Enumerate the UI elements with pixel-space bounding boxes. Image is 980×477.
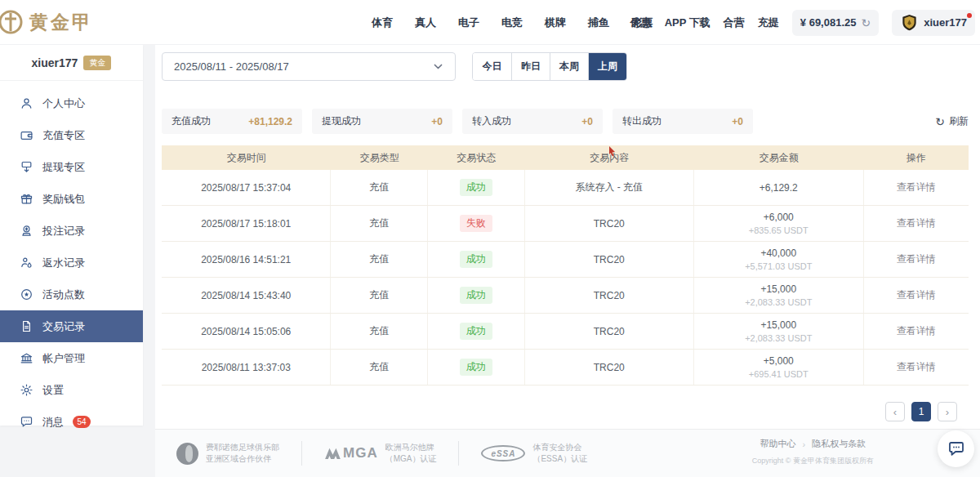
- user-menu[interactable]: xiuer177: [892, 10, 975, 36]
- col-header-content: 交易内容: [525, 148, 694, 168]
- mga-mark-icon: [324, 447, 341, 460]
- tab-yesterday[interactable]: 昨日: [511, 53, 550, 80]
- link-deposit-withdraw[interactable]: 充提: [758, 16, 779, 30]
- chat-bubble-icon: [947, 439, 966, 459]
- sidebar-item-reward-wallet[interactable]: 奖励钱包: [0, 183, 143, 215]
- privacy-terms-link[interactable]: 隐私权与条款: [812, 438, 866, 450]
- nav-item-esports[interactable]: 电竞: [501, 16, 523, 30]
- cell-action: 查看详情: [864, 242, 969, 277]
- stat-withdraw-success: 提现成功 +0: [312, 109, 452, 134]
- sidebar-item-bet-records[interactable]: 投注记录: [0, 215, 143, 247]
- view-details-link[interactable]: 查看详情: [897, 216, 936, 230]
- wallet-icon: [20, 128, 33, 142]
- partner-line1: 体育安全协会: [532, 442, 587, 454]
- sidebar-item-label: 个人中心: [42, 96, 85, 111]
- sidebar-item-rebate-records[interactable]: 返水记录: [0, 247, 143, 279]
- live-chat-button[interactable]: [938, 430, 974, 467]
- sidebar-item-transaction-records[interactable]: 交易记录: [0, 310, 143, 342]
- sidebar-item-activity-points[interactable]: 活动点数: [0, 279, 143, 310]
- sidebar-user-row: xiuer177 黄金: [0, 45, 143, 81]
- nav-item-fishing[interactable]: 捕鱼: [588, 16, 609, 30]
- balance-amount: ¥ 69,081.25: [800, 16, 857, 29]
- mga-logo: MGA: [324, 445, 378, 461]
- tab-this-week[interactable]: 本周: [550, 53, 588, 80]
- chat-icon: [20, 415, 33, 429]
- gear-icon: [20, 383, 33, 397]
- amount-value: +40,000: [760, 247, 796, 259]
- view-details-link[interactable]: 查看详情: [897, 360, 936, 374]
- amount-value: +6,129.2: [760, 182, 798, 194]
- amount-value: +15,000: [760, 319, 796, 331]
- sidebar-item-account-management[interactable]: 帐户管理: [0, 342, 143, 374]
- stat-transfer-in-success: 转入成功 +0: [462, 109, 603, 134]
- view-details-link[interactable]: 查看详情: [897, 181, 936, 194]
- col-header-status: 交易状态: [428, 148, 525, 168]
- partner-mga: MGA 欧洲马尔他牌 （MGA）认证: [324, 442, 436, 466]
- cell-amount: +15,000+2,083.33 USDT: [694, 278, 863, 313]
- view-details-link[interactable]: 查看详情: [897, 324, 936, 338]
- partner-line2: 亚洲区域合作伙伴: [206, 453, 279, 466]
- football-club-logo: [176, 443, 198, 465]
- sidebar-item-withdraw[interactable]: 提现专区: [0, 151, 143, 183]
- cell-time: 2025/08/16 14:51:21: [162, 242, 331, 277]
- cell-content: TRC20: [525, 350, 694, 385]
- summary-stats: 充值成功 +81,129.2 提现成功 +0 转入成功 +0 转出成功 +0 ↻…: [162, 109, 969, 134]
- refresh-label: 刷新: [949, 114, 969, 128]
- link-promotions[interactable]: 优惠: [630, 16, 652, 30]
- table-row: 2025/08/17 15:18:01 充值 失败 TRC20 +6,000+8…: [162, 206, 969, 242]
- sidebar-item-deposit[interactable]: 充值专区: [0, 119, 143, 151]
- cell-action: 查看详情: [864, 206, 969, 241]
- refresh-button[interactable]: ↻ 刷新: [935, 114, 969, 128]
- sidebar-item-label: 投注记录: [42, 224, 85, 238]
- nav-item-sports[interactable]: 体育: [372, 16, 393, 30]
- sidebar-item-profile[interactable]: 个人中心: [0, 87, 143, 119]
- link-app-download[interactable]: APP 下载: [665, 16, 710, 30]
- balance-pill[interactable]: ¥ 69,081.25 ↻: [792, 10, 879, 36]
- nav-item-cards[interactable]: 棋牌: [545, 16, 566, 30]
- withdraw-icon: [20, 160, 33, 174]
- cell-status: 成功: [428, 350, 525, 385]
- nav-item-live[interactable]: 真人: [415, 16, 436, 30]
- site-logo[interactable]: 黄金甲: [0, 7, 93, 38]
- cell-status: 成功: [428, 242, 525, 277]
- cell-time: 2025/08/17 15:18:01: [162, 206, 331, 241]
- help-center-link[interactable]: 帮助中心: [760, 438, 796, 450]
- date-range-select[interactable]: 2025/08/11 - 2025/08/17: [162, 52, 456, 81]
- copyright-text: Copyright © 黄金甲体育集团版权所有: [752, 456, 874, 466]
- cell-amount: +40,000+5,571.03 USDT: [694, 242, 863, 277]
- sidebar-item-label: 提现专区: [42, 160, 85, 175]
- col-header-time: 交易时间: [162, 148, 331, 168]
- partner-line2: （ESSA）认证: [532, 453, 587, 466]
- cell-type: 充值: [331, 314, 428, 349]
- sidebar-item-messages[interactable]: 消息 54: [0, 406, 143, 438]
- amount-usdt-value: +695.41 USDT: [749, 369, 808, 379]
- link-affiliate[interactable]: 合营: [724, 16, 745, 30]
- view-details-link[interactable]: 查看详情: [897, 288, 936, 302]
- rebate-icon: [20, 256, 33, 270]
- view-details-link[interactable]: 查看详情: [897, 252, 936, 266]
- next-page-button[interactable]: ›: [938, 402, 957, 421]
- sidebar-item-settings[interactable]: 设置: [0, 374, 143, 406]
- stat-label: 充值成功: [172, 114, 211, 128]
- star-circle-icon: [20, 288, 33, 301]
- sidebar-item-label: 奖励钱包: [42, 192, 85, 207]
- table-row: 2025/08/14 15:05:06 充值 成功 TRC20 +15,000+…: [162, 314, 969, 350]
- transactions-table: 交易时间 交易类型 交易状态 交易内容 交易金额 操作 2025/08/17 1…: [162, 145, 969, 386]
- table-row: 2025/08/11 13:37:03 充值 成功 TRC20 +5,000+6…: [162, 350, 969, 386]
- nav-item-slots[interactable]: 电子: [458, 16, 479, 30]
- sidebar-menu: 个人中心 充值专区 提现专区 奖励钱包 投注记录 返水记录: [0, 81, 143, 438]
- col-header-amount: 交易金额: [694, 148, 863, 168]
- balance-refresh-icon[interactable]: ↻: [862, 16, 871, 29]
- prev-page-button[interactable]: ‹: [885, 402, 905, 421]
- cell-action: 查看详情: [864, 278, 969, 313]
- tab-today[interactable]: 今日: [473, 53, 511, 80]
- tab-last-week[interactable]: 上周: [588, 53, 626, 80]
- sidebar-item-label: 活动点数: [42, 288, 85, 302]
- cell-amount: +15,000+2,083.33 USDT: [694, 314, 863, 349]
- stat-value: +0: [732, 116, 743, 127]
- refresh-icon: ↻: [935, 115, 945, 128]
- cell-type: 充值: [331, 278, 428, 313]
- col-header-action: 操作: [864, 148, 969, 168]
- stat-value: +81,129.2: [248, 116, 292, 127]
- page-1-button[interactable]: 1: [911, 402, 931, 421]
